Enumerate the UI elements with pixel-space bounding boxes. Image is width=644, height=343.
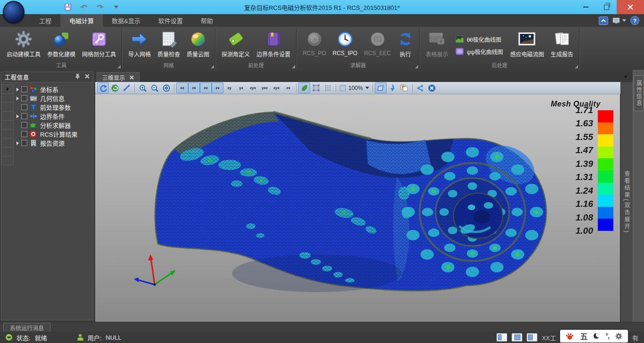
view-iso-1-button[interactable]: zyx [247,82,259,93]
tab-software-settings[interactable]: 软件设置 [149,14,192,27]
save-button[interactable] [64,3,72,11]
ime-mode-toggle[interactable]: 五 [580,330,587,342]
zoom-fit-button[interactable] [160,82,172,93]
redo-button[interactable] [96,3,104,11]
view-bottom-button[interactable]: yz [235,82,247,93]
copy-image-button[interactable] [398,82,410,93]
dialog-launcher-icon[interactable] [117,65,121,68]
cancel-button[interactable] [426,82,438,93]
results-sidebar[interactable]: 查看结果(双击展开) [620,82,633,322]
boundary-settings-button[interactable]: 边界条件设置 [253,28,294,62]
tree-item-analysis-solver[interactable]: 分析求解器 [1,121,93,130]
checkbox[interactable] [21,104,27,110]
psi-polarization-chart-button[interactable]: ψψ极化曲线图 [455,48,503,56]
ime-settings-gear-icon[interactable] [615,333,622,340]
zoom-out-button[interactable] [149,82,160,93]
orbit-view-button[interactable] [109,82,121,93]
ime-punctuation-toggle[interactable]: °, [605,332,609,340]
theta-polarization-chart-button[interactable]: θθ极化曲线图 [455,35,503,43]
tree-item-rcs-results[interactable]: RCS计算结果 [1,130,93,139]
pin-panel-button[interactable] [75,74,80,81]
checkbox[interactable] [21,86,27,92]
dialog-launcher-icon[interactable] [575,65,578,68]
checkbox[interactable] [21,122,27,128]
view-iso-3-button[interactable]: zyx [271,82,282,93]
tree-item-report-resources[interactable]: 报告资源 [1,139,93,147]
undo-button[interactable] [80,3,88,11]
share-button[interactable] [414,82,426,93]
rcs-eec-button[interactable]: RCS_EEC [361,28,394,62]
view-right-button[interactable]: zx [212,82,223,93]
qat-dropdown[interactable] [112,3,120,11]
pan-zoom-button[interactable] [121,82,132,93]
checkbox[interactable] [21,95,27,101]
restore-button[interactable] [596,0,617,14]
wireframe-button[interactable] [310,82,322,93]
quality-cloud-button[interactable]: 质量云图 [183,28,213,62]
checkbox[interactable] [21,131,27,137]
dialog-launcher-icon[interactable] [415,65,418,68]
checkbox[interactable] [21,113,27,119]
rcs-po-button[interactable]: RCS_PO [299,28,329,62]
minimize-button[interactable] [575,0,596,14]
view-top-button[interactable]: zy [223,82,235,93]
ime-paw-icon[interactable] [566,333,574,340]
tree-item-boundary-conditions[interactable]: 边界条件 [1,112,93,121]
launch-modeling-tool-button[interactable]: 启动建模工具 [3,28,44,62]
view-front-button[interactable]: xz [176,82,188,93]
checkbox[interactable] [21,140,27,146]
import-mesh-button[interactable]: 导入网格 [125,28,154,62]
rotate-view-button[interactable] [97,82,109,93]
dialog-launcher-icon[interactable] [211,65,214,68]
properties-tab[interactable]: 属性信息 [634,75,644,111]
select-region-button[interactable] [375,82,387,93]
system-messages-tab[interactable]: 系统运行消息 [3,323,50,332]
generate-report-button[interactable]: 生成报告 [547,28,577,62]
execute-button[interactable]: 执行 [394,28,417,62]
app-logo[interactable] [3,1,25,24]
tree-item-preprocess-params[interactable]: 前处理参数 [1,103,93,112]
tree-item-coordinate-system[interactable]: 坐标系 [1,85,93,94]
expand-caret[interactable] [14,88,21,91]
close-button[interactable] [617,0,644,14]
parametric-modeling-button[interactable]: 参数化建模 [44,28,79,62]
layout-center-panel-button[interactable] [512,333,522,342]
close-panel-button[interactable] [85,74,90,81]
export-down-button[interactable] [387,82,398,93]
points-mode-button[interactable] [322,82,334,93]
dialog-launcher-icon[interactable] [292,65,295,68]
view-left-button[interactable]: xz [200,82,212,93]
table-display-button[interactable]: 表格展示 [422,28,452,62]
tab-help[interactable]: 帮助 [192,14,222,27]
tab-em-computation[interactable]: 电磁计算 [60,14,103,27]
rcs-ipo-button[interactable]: RCS_IPO [329,28,361,62]
tab-3d-display[interactable]: 三维显示 [97,72,140,82]
zoom-in-button[interactable] [137,82,149,93]
layout-left-panel-button[interactable] [496,333,507,342]
tab-list-dropdown[interactable] [624,76,627,78]
tree-item-geometry-info[interactable]: 几何信息 [1,94,93,103]
workspace: 三维显示 xz zx xz zx zy yz [95,70,632,322]
smooth-shading-button[interactable] [298,82,310,93]
display-mode-button[interactable] [612,17,626,24]
mesh-partition-tool-button[interactable]: 网格剖分工具 [79,28,119,62]
collapse-ribbon-button[interactable] [599,16,608,25]
view-iso-2-button[interactable]: yxz [259,82,271,93]
view-back-button[interactable]: zx [188,82,200,93]
induced-current-map-button[interactable]: 感应电磁流图 [507,28,547,62]
probe-angle-button[interactable]: 探测角定义 [218,28,253,62]
zoom-level-control[interactable]: 100% [338,85,371,91]
expand-caret[interactable] [14,97,21,100]
close-tab-icon[interactable] [130,75,134,80]
layout-split-panel-button[interactable] [527,333,537,342]
expand-caret[interactable] [14,141,21,145]
quality-check-button[interactable]: 质量检查 [154,28,183,62]
expand-caret[interactable] [14,114,21,118]
ime-fullhalf-icon[interactable] [594,333,599,339]
tab-project[interactable]: 工程 [30,14,60,27]
tab-data-display[interactable]: 数据&显示 [103,14,149,27]
view-iso-4-button[interactable]: zx [282,82,294,93]
help-button[interactable]: ? [630,16,639,25]
share-nodes-icon [416,85,424,91]
viewport-3d[interactable]: Mesh Quality 1.711.63 1.551.47 1.391.31 … [95,94,620,322]
